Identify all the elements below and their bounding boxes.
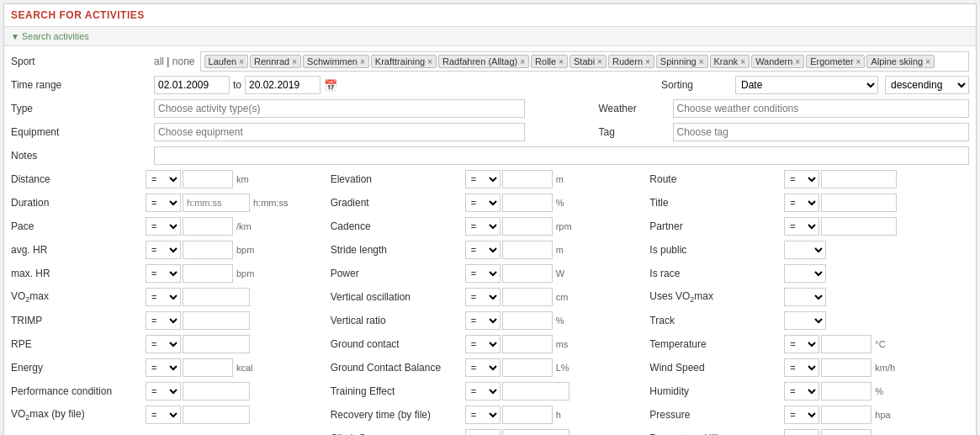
filter-value-input[interactable]: [821, 429, 871, 435]
filter-value-input[interactable]: [502, 241, 553, 259]
filter-op-select[interactable]: =<><=>=!=: [784, 170, 819, 188]
remove-tag-icon[interactable]: ×: [597, 57, 602, 66]
filter-op-select[interactable]: =<><=>=!=: [146, 288, 181, 306]
remove-tag-icon[interactable]: ×: [292, 57, 297, 66]
filter-value-input[interactable]: [502, 194, 553, 212]
filter-op-select[interactable]: =<><=>=!=: [784, 194, 819, 212]
filter-op-select[interactable]: =<><=>=!=: [784, 335, 819, 353]
filter-value-input[interactable]: [502, 217, 553, 236]
notes-input[interactable]: [154, 146, 969, 165]
filter-value-input[interactable]: [183, 217, 233, 236]
filter-op-select[interactable]: =<><=>=!=: [146, 194, 181, 212]
filter-op-select[interactable]: =<><=>=!=: [465, 194, 501, 212]
filter-value-input[interactable]: [821, 358, 871, 377]
filter-value-input[interactable]: [183, 358, 233, 377]
filter-value-input[interactable]: [821, 194, 897, 212]
remove-tag-icon[interactable]: ×: [559, 57, 564, 66]
weather-input[interactable]: [673, 99, 970, 118]
filter-dropdown[interactable]: YesNo: [784, 311, 826, 330]
filter-value-input[interactable]: [502, 335, 553, 353]
filter-op-select[interactable]: =<><=>=!=: [465, 217, 501, 236]
filter-value-input[interactable]: [821, 170, 897, 188]
remove-tag-icon[interactable]: ×: [239, 57, 244, 66]
type-input[interactable]: [154, 99, 525, 118]
time-range-controls: to 📅: [154, 76, 337, 94]
filter-op-select[interactable]: =<><=>=!=: [146, 311, 181, 330]
filter-controls: =<><=>=!=W: [465, 264, 564, 283]
filter-value-input[interactable]: [502, 358, 553, 377]
filter-op-select[interactable]: =<><=>=!=: [146, 358, 181, 377]
filter-value-input[interactable]: [821, 406, 871, 424]
remove-tag-icon[interactable]: ×: [427, 57, 432, 66]
filter-value-input[interactable]: [183, 170, 233, 188]
filter-op-select[interactable]: =<><=>=!=: [146, 170, 181, 188]
sorting-order-select[interactable]: descendingascending: [885, 76, 969, 94]
filter-op-select[interactable]: =<><=>=!=: [465, 335, 501, 353]
filter-op-select[interactable]: =<><=>=!=: [465, 429, 501, 435]
filter-op-select[interactable]: =<><=>=!=: [146, 241, 181, 259]
sport-all-link[interactable]: all: [154, 56, 164, 67]
filter-op-select[interactable]: =<><=>=!=: [465, 358, 501, 377]
filter-value-input[interactable]: [821, 335, 871, 353]
filter-op-select[interactable]: =<><=>=!=: [784, 358, 819, 377]
tag-input[interactable]: [673, 123, 970, 141]
remove-tag-icon[interactable]: ×: [925, 57, 930, 66]
filter-value-input[interactable]: [502, 311, 553, 330]
filter-value-input[interactable]: [502, 382, 569, 401]
filter-op-select[interactable]: =<><=>=!=: [784, 382, 819, 401]
filter-value-input[interactable]: [502, 170, 553, 188]
remove-tag-icon[interactable]: ×: [740, 57, 745, 66]
filter-op-select[interactable]: =<><=>=!=: [146, 335, 181, 353]
filter-op-select[interactable]: =<><=>=!=: [784, 406, 819, 424]
filter-value-input[interactable]: [183, 241, 233, 259]
date-from-input[interactable]: [154, 76, 230, 94]
filter-value-input[interactable]: [821, 382, 871, 401]
filter-op-select[interactable]: =<><=>=!=: [465, 406, 501, 424]
filter-controls: =<><=>=!=/km: [146, 217, 252, 236]
filter-op-select[interactable]: =<><=>=!=: [146, 382, 181, 401]
sport-tag: Laufen ×: [204, 55, 249, 68]
filter-op-select[interactable]: =<><=>=!=: [465, 288, 501, 306]
filter-op-select[interactable]: =<><=>=!=: [465, 170, 501, 188]
remove-tag-icon[interactable]: ×: [360, 57, 365, 66]
filter-op-select[interactable]: =<><=>=!=: [146, 264, 181, 283]
filter-controls: YesNo: [784, 241, 826, 259]
filter-value-input[interactable]: [183, 288, 250, 306]
toggle-link[interactable]: Search activities: [11, 31, 89, 41]
filter-op-select[interactable]: =<><=>=!=: [465, 241, 501, 259]
sorting-value-select[interactable]: DateDistanceDuration: [735, 76, 878, 94]
sport-none-link[interactable]: none: [172, 56, 195, 67]
filter-controls: =<><=>=!=: [146, 382, 250, 401]
filter-value-input[interactable]: [183, 311, 250, 330]
filter-value-input[interactable]: [502, 406, 553, 424]
filter-value-input[interactable]: [821, 217, 897, 236]
filter-value-input[interactable]: [183, 406, 250, 424]
remove-tag-icon[interactable]: ×: [645, 57, 650, 66]
remove-tag-icon[interactable]: ×: [795, 57, 800, 66]
filter-op-select[interactable]: =<><=>=!=: [465, 264, 501, 283]
filter-value-input[interactable]: [502, 288, 553, 306]
filter-dropdown[interactable]: YesNo: [784, 264, 826, 283]
remove-tag-icon[interactable]: ×: [699, 57, 704, 66]
date-to-input[interactable]: [245, 76, 320, 94]
filter-op-select[interactable]: =<><=>=!=: [784, 217, 819, 236]
filter-op-select[interactable]: =<><=>=!=: [465, 311, 501, 330]
filter-op-select[interactable]: =<><=>=!=: [465, 382, 501, 401]
filter-value-input[interactable]: [502, 264, 553, 283]
filter-controls: =<><=>=!=%: [465, 311, 564, 330]
remove-tag-icon[interactable]: ×: [520, 57, 525, 66]
equipment-input[interactable]: [154, 123, 525, 141]
search-toggle[interactable]: Search activities: [4, 26, 976, 46]
filter-dropdown[interactable]: YesNo: [784, 288, 826, 306]
filter-op-select[interactable]: =<><=>=!=: [146, 217, 181, 236]
filter-value-input[interactable]: [183, 194, 250, 212]
filter-op-select[interactable]: =<><=>=!=: [146, 406, 181, 424]
calendar-icon[interactable]: 📅: [324, 79, 337, 92]
remove-tag-icon[interactable]: ×: [856, 57, 861, 66]
filter-value-input[interactable]: [183, 382, 250, 401]
filter-value-input[interactable]: [183, 264, 233, 283]
filter-op-select[interactable]: =<><=>=!=: [784, 429, 819, 435]
filter-value-input[interactable]: [502, 429, 569, 435]
filter-value-input[interactable]: [183, 335, 250, 353]
filter-dropdown[interactable]: YesNo: [784, 241, 826, 259]
